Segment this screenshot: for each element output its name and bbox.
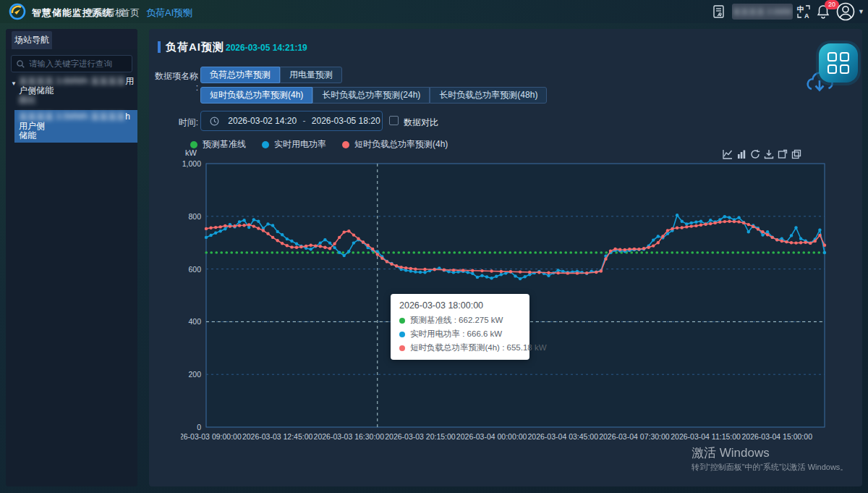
- page-title: 负荷AI预测: [166, 41, 224, 54]
- svg-text:中: 中: [797, 5, 804, 13]
- time-range-separator: -: [299, 116, 310, 126]
- svg-text:A: A: [804, 12, 809, 20]
- blurred-text: 某某某某 3.6MWh 某某某某: [19, 76, 125, 86]
- svg-text:400: 400: [188, 317, 201, 326]
- document-icon[interactable]: [712, 4, 726, 19]
- time-label: 时间:: [153, 117, 198, 129]
- restore-icon[interactable]: [750, 149, 760, 159]
- legend-item-baseline[interactable]: 预测基准线: [190, 138, 246, 151]
- zoom-reset-icon[interactable]: [791, 149, 801, 159]
- app-logo-icon: [9, 3, 26, 20]
- svg-text:2026-03-03 20:15:00: 2026-03-03 20:15:00: [385, 432, 456, 441]
- download-icon[interactable]: [764, 149, 774, 159]
- title-accent-bar: [158, 41, 161, 53]
- language-switch-icon[interactable]: 中 A: [796, 4, 812, 20]
- button-forecast-24h[interactable]: 长时负载总功率预测(24h): [312, 87, 430, 104]
- data-item-label: 数据项名称 :: [153, 70, 198, 93]
- svg-text:800: 800: [188, 212, 201, 221]
- svg-text:2026-03-04 11:15:00: 2026-03-04 11:15:00: [671, 432, 741, 441]
- legend-item-realtime[interactable]: 实时用电功率: [262, 138, 326, 151]
- tooltip-row: 预测基准线 : 662.275 kW: [399, 315, 521, 326]
- legend-item-forecast-4h[interactable]: 短时负载总功率预测(4h): [342, 138, 448, 151]
- svg-text:600: 600: [188, 265, 201, 274]
- station-tree: ▼ 某某某某 3.6MWh 某某某某用户侧储能 园区 某某某某 3.5MWh 某…: [6, 77, 137, 143]
- load-forecast-chart[interactable]: 02004006008001,0002026-03-03 09:00:00202…: [181, 159, 832, 449]
- tab-close-icon[interactable]: ×: [182, 7, 187, 17]
- tooltip-dot-forecast-4h: [399, 345, 405, 351]
- topbar: 智慧储能监控系统 数据看板 首页 负荷AI预测 × 某某某某 3.6MW 中 A…: [0, 0, 868, 23]
- data-compare-checkbox[interactable]: [389, 116, 399, 125]
- chart-tooltip: 2026-03-03 18:00:00 预测基准线 : 662.275 kW 实…: [391, 294, 529, 360]
- time-range-end[interactable]: 2026-03-05 18:20: [310, 116, 382, 126]
- tree-item-parent-station[interactable]: ▼ 某某某某 3.6MWh 某某某某用户侧储能 园区: [6, 77, 137, 105]
- time-range-picker[interactable]: 2026-03-02 14:20 - 2026-03-05 18:20: [200, 111, 383, 131]
- blurred-text: 某某某某 3.5MWh 某某某某: [19, 111, 125, 122]
- menu-item-home[interactable]: 首页: [121, 7, 140, 20]
- time-range-start[interactable]: 2026-03-02 14:20: [226, 116, 299, 126]
- svg-text:2026-03-04 00:00:00: 2026-03-04 00:00:00: [456, 432, 527, 441]
- windows-activation-subtext: 转到“控制面板”中的“系统”以激活 Windows。: [692, 462, 848, 473]
- legend-dot-forecast-4h: [342, 141, 349, 148]
- avatar-icon[interactable]: [836, 2, 855, 21]
- forecast-type-group: 负荷总功率预测 用电量预测: [200, 67, 342, 83]
- button-energy-forecast[interactable]: 用电量预测: [280, 67, 342, 83]
- main-panel: 负荷AI预测 2026-03-05 14:21:19 数据项名称 : 负荷总功率…: [149, 29, 862, 486]
- tree-expand-caret-icon[interactable]: ▼: [11, 79, 17, 88]
- svg-text:2026-03-04 03:45:00: 2026-03-04 03:45:00: [528, 432, 599, 441]
- svg-text:0: 0: [197, 423, 201, 431]
- station-name-box[interactable]: 某某某某 3.6MW: [732, 4, 793, 20]
- tab-station-navigation[interactable]: 场站导航: [12, 31, 52, 49]
- svg-text:2026-03-03 09:00:00: 2026-03-03 09:00:00: [181, 432, 242, 441]
- tree-item-selected-station[interactable]: 某某某某 3.5MWh 某某某某h用户侧 储能: [14, 110, 137, 143]
- svg-text:200: 200: [188, 370, 201, 379]
- bar-chart-icon[interactable]: [736, 149, 746, 159]
- line-chart-icon[interactable]: [723, 149, 733, 159]
- clock-icon: [210, 117, 219, 126]
- chart-toolbar: [723, 149, 801, 159]
- avatar-caret-icon[interactable]: ▼: [858, 8, 864, 15]
- tree-item-label: 储能: [19, 130, 36, 140]
- chart-legend: 预测基准线 实时用电功率 短时负载总功率预测(4h): [190, 138, 448, 151]
- forecast-horizon-group: 短时负载总功率预测(4h) 长时负载总功率预测(24h) 长时负载总功率预测(4…: [200, 87, 547, 104]
- tooltip-row: 实时用电功率 : 666.6 kW: [399, 329, 521, 340]
- data-compare-label: 数据对比: [404, 117, 438, 129]
- tooltip-title: 2026-03-03 18:00:00: [399, 300, 521, 311]
- grid-icon: [827, 52, 849, 74]
- button-total-power-forecast[interactable]: 负荷总功率预测: [200, 67, 280, 83]
- blurred-text: 园区: [19, 95, 36, 105]
- apps-grid-button[interactable]: [819, 43, 858, 83]
- legend-dot-baseline: [190, 141, 197, 148]
- sidebar-header: 场站导航: [6, 29, 137, 49]
- svg-text:2026-03-03 12:45:00: 2026-03-03 12:45:00: [242, 432, 313, 441]
- button-forecast-4h[interactable]: 短时负载总功率预测(4h): [200, 87, 312, 104]
- svg-text:2026-03-04 07:30:00: 2026-03-04 07:30:00: [599, 432, 670, 441]
- station-search-input[interactable]: 请输入关键字进行查询: [11, 55, 132, 72]
- button-forecast-48h[interactable]: 长时负载总功率预测(48h): [430, 87, 547, 104]
- search-placeholder: 请输入关键字进行查询: [29, 59, 112, 69]
- windows-activation-text: 激活 Windows: [692, 444, 770, 461]
- data-zoom-icon[interactable]: [778, 149, 788, 159]
- svg-text:2026-03-04 15:00:00: 2026-03-04 15:00:00: [741, 432, 812, 441]
- tooltip-dot-realtime: [399, 332, 405, 337]
- menu-item-dashboard[interactable]: 数据看板: [87, 7, 124, 20]
- tooltip-row: 短时负载总功率预测(4h) : 655.18 kW: [399, 342, 521, 353]
- svg-text:2026-03-03 16:30:00: 2026-03-03 16:30:00: [314, 432, 385, 441]
- svg-text:1,000: 1,000: [182, 159, 201, 168]
- station-sidebar: 场站导航 请输入关键字进行查询 ▼ 某某某某 3.6MWh 某某某某用户侧储能 …: [6, 29, 137, 486]
- tooltip-dot-baseline: [399, 318, 405, 324]
- y-axis-unit: kW: [185, 148, 197, 157]
- search-icon: [17, 60, 25, 68]
- current-timestamp: 2026-03-05 14:21:19: [226, 43, 307, 53]
- legend-dot-realtime: [262, 141, 269, 148]
